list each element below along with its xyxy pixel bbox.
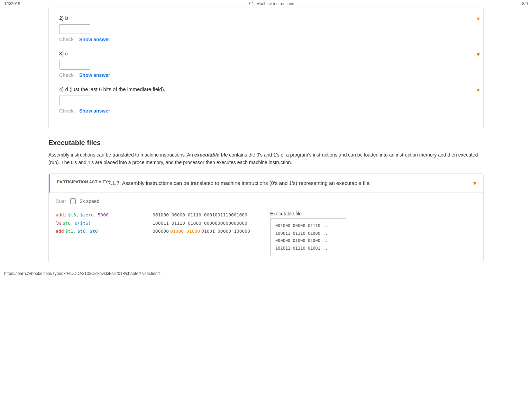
bottom-bar: https://learn.zybooks.com/zybook/FIUCDA3… [0, 269, 532, 278]
question-2-answer-row: Check Show answer [59, 37, 473, 42]
question-4-answer-row: Check Show answer [59, 108, 473, 114]
asm-code: addi $t6, $zero, 5000 lw $t0, 0($t6) add… [56, 211, 146, 235]
exec-file-title: Executable file [270, 211, 302, 216]
exec-line-2: 100011 01110 01000 ... [275, 230, 341, 238]
code-area: addi $t6, $zero, 5000 lw $t0, 0($t6) add… [56, 211, 476, 256]
question-4-input[interactable] [59, 96, 90, 105]
question-4-check-button[interactable]: Check [59, 108, 74, 114]
question-4: 4) d (just the last 6 bits of the immedi… [59, 86, 473, 114]
question-2-show-answer-button[interactable]: Show answer [79, 37, 110, 42]
section-text: Assembly instructions can be translated … [48, 151, 484, 167]
exec-file-box: 001000 00000 01110 ... 100011 01110 0100… [270, 219, 346, 256]
mc-line-1: 001000 00000 01110 0001001110001000 [153, 211, 270, 219]
asm-line-1: addi $t6, $zero, 5000 [56, 211, 146, 219]
url-label: https://learn.zybooks.com/zybook/FIUCDA3… [4, 271, 161, 276]
exec-line-1: 001000 00000 01110 ... [275, 222, 341, 230]
question-4-collapse-arrow[interactable]: ▾ [477, 86, 480, 94]
question-3-input[interactable] [59, 60, 90, 70]
participation-title: 7.1.7: Assembly instructions can be tran… [108, 179, 470, 187]
question-block: 2) b Check Show answer ▾ 3) c Check Show… [48, 8, 484, 129]
question-4-show-answer-button[interactable]: Show answer [79, 108, 110, 114]
question-2: 2) b Check Show answer ▾ [59, 15, 473, 42]
question-2-collapse-arrow[interactable]: ▾ [477, 15, 480, 23]
section-title: Executable files [48, 139, 484, 147]
participation-collapse-arrow[interactable]: ▾ [473, 179, 476, 187]
question-3-check-button[interactable]: Check [59, 72, 74, 78]
date-label: 1/3/2019 [4, 1, 20, 6]
exec-line-3: 000000 01000 01000 ... [275, 237, 341, 245]
question-3-collapse-arrow[interactable]: ▾ [477, 51, 480, 58]
mc-line-3: 000000 01000 01000 01001 00000 100000 [153, 227, 270, 235]
page-title: 7.1. Machine instructions [248, 1, 294, 6]
speed-checkbox[interactable] [70, 198, 76, 204]
asm-line-3: add $t1, $t0, $t0 [56, 227, 146, 235]
asm-line-2: lw $t0, 0($t6) [56, 219, 146, 227]
exec-file-section: Executable file 001000 00000 01110 ... 1… [270, 211, 346, 256]
participation-box: PARTICIPATION ACTIVITY 7.1.7: Assembly i… [48, 173, 484, 262]
question-2-label: 2) b [59, 15, 473, 21]
start-row: Start 2x speed [56, 198, 476, 204]
question-4-label: 4) d (just the last 6 bits of the immedi… [59, 86, 473, 92]
question-3-show-answer-button[interactable]: Show answer [79, 72, 110, 78]
question-2-input[interactable] [59, 24, 90, 34]
mc-line-2: 100011 01110 01000 0000000000000000 [153, 219, 270, 227]
speed-label: 2x speed [80, 198, 100, 204]
start-label: Start [56, 198, 66, 204]
page-number: 8/9 [522, 1, 528, 6]
animation-area: Start 2x speed addi $t6, $zero, 5000 lw [49, 193, 483, 261]
question-2-check-button[interactable]: Check [59, 37, 74, 42]
machine-code: 001000 00000 01110 0001001110001000 1000… [146, 211, 270, 235]
exec-line-4: 101011 01110 01001 ... [275, 245, 341, 252]
participation-header: PARTICIPATION ACTIVITY 7.1.7: Assembly i… [49, 174, 483, 193]
question-3-answer-row: Check Show answer [59, 72, 473, 78]
participation-label: PARTICIPATION ACTIVITY [57, 179, 108, 185]
question-3: 3) c Check Show answer ▾ [59, 51, 473, 78]
question-3-label: 3) c [59, 51, 473, 56]
